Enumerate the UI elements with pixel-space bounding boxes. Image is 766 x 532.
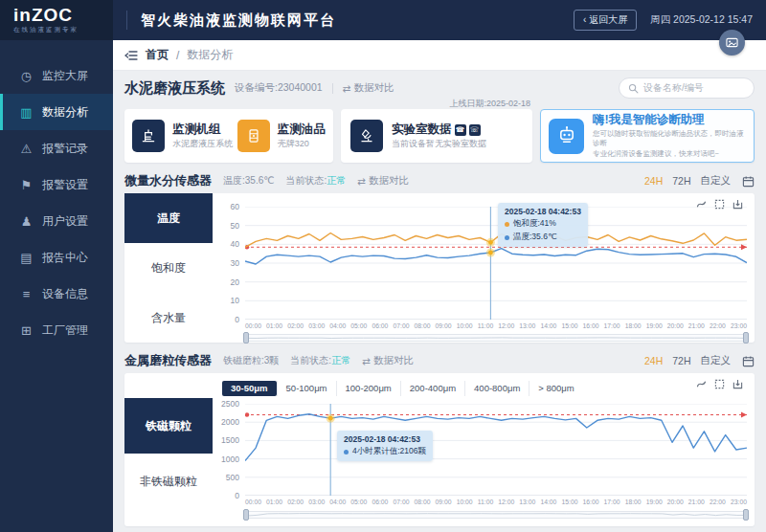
size-filter-50-100μm[interactable]: 50-100μm bbox=[277, 381, 336, 396]
range-24h[interactable]: 24H bbox=[644, 355, 663, 366]
chart2-datazoom-slider[interactable] bbox=[245, 511, 747, 519]
sidebar-item-alarm-records[interactable]: ⚠报警记录 bbox=[0, 130, 113, 166]
chart2-x-axis: 00:0001:0002:0003:0004:0005:0006:0007:00… bbox=[245, 499, 747, 505]
chart-tab-温度[interactable]: 温度 bbox=[124, 193, 213, 243]
ai-assistant-card[interactable]: 嗨!我是智能诊断助理 您可以随时获取智能化诊断油品状态，即时油液诊断专业化润滑设… bbox=[540, 109, 755, 163]
breadcrumb-home[interactable]: 首页 bbox=[146, 47, 169, 63]
breadcrumb-current: 数据分析 bbox=[187, 47, 233, 63]
search-placeholder: 设备名称/编号 bbox=[643, 81, 704, 95]
section1-compare-link[interactable]: ⇄数据对比 bbox=[357, 174, 409, 188]
particles-chart-card: 铁磁颗粒非铁磁颗粒 30-50μm50-100μm100-200μm200-40… bbox=[124, 373, 755, 526]
robot-icon bbox=[549, 119, 584, 154]
datazoom-icon[interactable] bbox=[696, 379, 707, 389]
particles-line-chart[interactable] bbox=[245, 404, 747, 496]
calendar-icon[interactable] bbox=[742, 355, 755, 367]
compare-icon: ⇄ bbox=[343, 82, 351, 94]
section-header-particles: 金属磨粒传感器 铁磁磨粒:3颗 当前状态:正常 ⇄数据对比 24H72H自定义 bbox=[124, 352, 755, 369]
slider-right-handle[interactable] bbox=[743, 509, 749, 521]
menu-collapse-icon[interactable] bbox=[124, 50, 138, 61]
cumulative-dot bbox=[344, 450, 349, 454]
device-code: 设备编号:23040001 bbox=[235, 81, 323, 95]
logo: inZOC 在线油液监测专家 bbox=[0, 0, 113, 40]
image-icon bbox=[726, 36, 738, 49]
sidebar-item-alarm-settings[interactable]: ⚑报警设置 bbox=[0, 166, 113, 203]
restore-frame-icon[interactable] bbox=[714, 199, 725, 210]
range-72h[interactable]: 72H bbox=[672, 175, 690, 187]
unit-value: 水泥磨液压系统 bbox=[172, 138, 233, 149]
alarm-settings-icon: ⚑ bbox=[19, 178, 34, 192]
divider bbox=[332, 83, 333, 94]
section2-title: 金属磨粒传感器 bbox=[124, 352, 212, 369]
screen-capture-button[interactable] bbox=[719, 30, 745, 55]
header-datetime: 周四 2025-02-12 15:47 bbox=[650, 13, 753, 27]
sidebar-item-factory-mgmt[interactable]: ⊞工厂管理 bbox=[0, 312, 113, 348]
section2-compare-link[interactable]: ⇄数据对比 bbox=[362, 354, 414, 367]
main-content: 水泥磨液压系统 设备编号:23040001 ⇄ 数据对比 设备名称/编号 监测机… bbox=[113, 71, 766, 532]
slider-left-handle[interactable] bbox=[243, 332, 249, 344]
factory-mgmt-icon: ⊞ bbox=[19, 323, 34, 338]
chart-tab-非铁磁颗粒[interactable]: 非铁磁颗粒 bbox=[124, 454, 213, 509]
monitored-unit: 监测机组 水泥磨液压系统 bbox=[132, 120, 233, 152]
device-search-input[interactable]: 设备名称/编号 bbox=[619, 78, 755, 99]
slider-right-handle[interactable] bbox=[743, 332, 749, 344]
chart1-toolbox bbox=[696, 199, 743, 210]
range-24h[interactable]: 24H bbox=[644, 175, 663, 187]
calendar-icon[interactable] bbox=[742, 175, 755, 188]
report-center-icon: ▤ bbox=[19, 251, 34, 265]
top-header: inZOC 在线油液监测专家 智火柴油液监测物联网平台 ‹ 返回大屏 周四 20… bbox=[0, 0, 766, 40]
size-filter-200-400μm[interactable]: 200-400μm bbox=[400, 381, 464, 396]
temperature-dot bbox=[505, 235, 509, 240]
chart1-x-axis: 00:0001:0002:0003:0004:0005:0006:0007:00… bbox=[245, 322, 747, 329]
datazoom-icon[interactable] bbox=[696, 199, 707, 210]
back-to-bigscreen-button[interactable]: ‹ 返回大屏 bbox=[574, 10, 637, 31]
chart2-tooltip: 2025-02-18 04:42:53 4小时累计值:2106颗 bbox=[337, 431, 433, 461]
logo-text: inZOC bbox=[13, 6, 113, 24]
monitored-oil: 监测油品 壳牌320 bbox=[237, 120, 326, 152]
user-settings-icon: ♟ bbox=[19, 214, 34, 229]
chart-tab-含水量[interactable]: 含水量 bbox=[124, 293, 213, 343]
oil-value: 壳牌320 bbox=[278, 138, 326, 149]
chart1-tooltip: 2025-02-18 04:42:53 饱和度:41% 温度:35.6℃ bbox=[498, 203, 588, 247]
slider-left-handle[interactable] bbox=[243, 509, 249, 521]
search-icon bbox=[628, 83, 639, 94]
status-normal: 正常 bbox=[327, 175, 346, 186]
sidebar-item-monitor-screen[interactable]: ◷监控大屏 bbox=[0, 57, 113, 94]
device-compare-link[interactable]: ⇄ 数据对比 bbox=[343, 81, 394, 95]
online-date: 上线日期:2025-02-18 bbox=[449, 98, 530, 110]
device-info-icon: ≡ bbox=[19, 287, 34, 301]
restore-frame-icon[interactable] bbox=[714, 379, 725, 389]
size-filter-30-50μm[interactable]: 30-50μm bbox=[222, 381, 277, 396]
section1-title: 微量水分传感器 bbox=[124, 172, 212, 189]
range-自定义[interactable]: 自定义 bbox=[701, 174, 732, 188]
lab-value: 当前设备暂无实验室数据 bbox=[392, 138, 486, 149]
sidebar-item-report-center[interactable]: ▤报告中心 bbox=[0, 239, 113, 276]
sidebar-item-user-settings[interactable]: ♟用户设置 bbox=[0, 203, 113, 239]
sidebar-item-data-analysis[interactable]: ▥数据分析 bbox=[0, 94, 113, 130]
chart-tab-铁磁颗粒[interactable]: 铁磁颗粒 bbox=[124, 398, 213, 454]
size-filter-100-200μm[interactable]: 100-200μm bbox=[336, 381, 400, 396]
data-analysis-icon: ▥ bbox=[19, 105, 34, 120]
lab-data-card: 上线日期:2025-02-18 实验室数据☎☏ 当前设备暂无实验室数据 bbox=[341, 109, 532, 163]
save-image-icon[interactable] bbox=[732, 379, 743, 389]
microscope-icon bbox=[350, 120, 383, 152]
headset-icon[interactable]: ☏ bbox=[469, 124, 481, 136]
save-image-icon[interactable] bbox=[732, 199, 743, 210]
sidebar-item-device-info[interactable]: ≡设备信息 bbox=[0, 276, 113, 312]
phone-icon[interactable]: ☎ bbox=[455, 124, 466, 136]
chart-tab-饱和度[interactable]: 饱和度 bbox=[124, 243, 213, 293]
size-filter-> 800μm[interactable]: > 800μm bbox=[529, 381, 582, 396]
chart1-datazoom-slider[interactable] bbox=[245, 334, 747, 342]
particles-tabs: 铁磁颗粒非铁磁颗粒 bbox=[124, 373, 213, 526]
section-header-moisture: 微量水分传感器 温度:35.6℃ 当前状态:正常 ⇄数据对比 24H72H自定义 bbox=[124, 172, 755, 189]
size-filter-400-800μm[interactable]: 400-800μm bbox=[464, 381, 529, 396]
device-title: 水泥磨液压系统 bbox=[124, 79, 225, 98]
machine-icon bbox=[132, 120, 165, 152]
breadcrumb: 首页 / 数据分析 bbox=[113, 40, 766, 71]
range-自定义[interactable]: 自定义 bbox=[701, 354, 732, 367]
breadcrumb-separator: / bbox=[176, 49, 179, 62]
oil-label: 监测油品 bbox=[278, 122, 326, 137]
moisture-line-chart[interactable] bbox=[245, 207, 747, 320]
range-72h[interactable]: 72H bbox=[672, 355, 690, 366]
header-divider bbox=[126, 11, 127, 30]
ai-title: 嗨!我是智能诊断助理 bbox=[593, 113, 746, 127]
